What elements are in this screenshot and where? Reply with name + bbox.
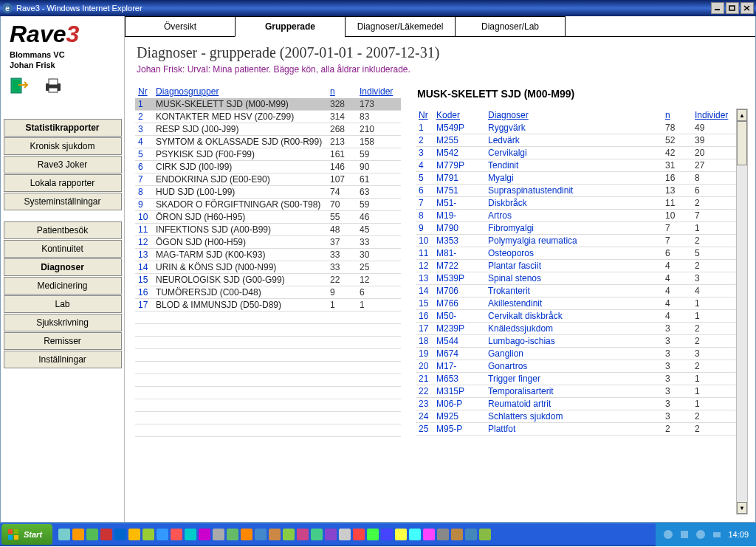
group-row[interactable]: 11INFEKTIONS SJD (A00-B99)4845: [135, 224, 401, 236]
diagnosis-row[interactable]: 15M766Akillestendinit41: [416, 297, 736, 310]
nav-medicinering[interactable]: Medicinering: [4, 277, 122, 295]
diagnosis-row[interactable]: 8M19-Artros107: [416, 210, 736, 222]
taskbar-icon[interactable]: [479, 529, 491, 540]
nav-statistikrapporter[interactable]: Statistikrapporter: [4, 119, 122, 137]
diagnosis-row[interactable]: 5M791Myalgi168: [416, 172, 736, 185]
group-row[interactable]: 14URIN & KÖNS SJD (N00-N99)3325: [135, 261, 401, 274]
group-row[interactable]: 10ÖRON SJD (H60-H95)5546: [135, 211, 401, 224]
nav-inställningar[interactable]: Inställningar: [4, 351, 122, 368]
col-n[interactable]: n: [330, 86, 335, 97]
tab--versikt[interactable]: Översikt: [125, 16, 236, 37]
tab-grupperade[interactable]: Grupperade: [235, 16, 346, 37]
tab-diagnoser-l-kemedel[interactable]: Diagnoser/Läkemedel: [345, 16, 456, 37]
diagnosis-row[interactable]: 23M06-PReumatoid artrit31: [416, 398, 736, 410]
taskbar-icon[interactable]: [255, 529, 267, 540]
diagnosis-row[interactable]: 9M790Fibromyalgi71: [416, 222, 736, 235]
nav-remisser[interactable]: Remisser: [4, 332, 122, 350]
diagnosis-row[interactable]: 17M239PKnäledssjukdom32: [416, 323, 736, 335]
diagnosis-row[interactable]: 25M95-PPlattfot22: [416, 423, 736, 436]
tray-icon[interactable]: [679, 529, 690, 540]
exit-icon[interactable]: [10, 78, 29, 97]
scroll-up-button[interactable]: ▲: [737, 109, 747, 121]
group-row[interactable]: 3RESP SJD (J00-J99)268210: [135, 123, 401, 136]
taskbar-icon[interactable]: [381, 529, 393, 540]
col-nr[interactable]: Nr: [419, 110, 428, 120]
taskbar-icon[interactable]: [58, 529, 70, 540]
scroll-down-button[interactable]: ▼: [737, 502, 747, 514]
taskbar-icon[interactable]: [269, 529, 281, 540]
taskbar-icon[interactable]: [409, 529, 421, 540]
tray-icon[interactable]: [712, 529, 722, 540]
diagnosis-row[interactable]: 19M674Ganglion33: [416, 348, 736, 360]
taskbar-icon[interactable]: [367, 529, 379, 540]
taskbar-icon[interactable]: [465, 529, 477, 540]
col-nr[interactable]: Nr: [138, 86, 148, 97]
minimize-button[interactable]: [711, 2, 724, 14]
taskbar-icon[interactable]: [72, 529, 84, 540]
taskbar-icon[interactable]: [199, 529, 210, 540]
diagnosis-row[interactable]: 14M706Trokanterit44: [416, 285, 736, 297]
group-row[interactable]: 17BLOD & IMMUNSJD (D50-D89)11: [135, 299, 401, 312]
col-diagnoser[interactable]: Diagnoser: [488, 110, 529, 120]
tray-icon[interactable]: [663, 529, 673, 540]
group-row[interactable]: 5PSYKISK SJD (F00-F99)16159: [135, 148, 401, 161]
col-koder[interactable]: Koder: [436, 110, 460, 120]
diagnosis-row[interactable]: 22M315PTemporalisarterit31: [416, 385, 736, 398]
diagnosis-row[interactable]: 24M925Schlatters sjukdom32: [416, 410, 736, 423]
group-row[interactable]: 12ÖGON SJD (H00-H59)3733: [135, 236, 401, 249]
diagnosis-row[interactable]: 2M255Ledvärk5239: [416, 134, 736, 147]
group-row[interactable]: 13MAG-TARM SJD (K00-K93)3330: [135, 249, 401, 261]
taskbar-icon[interactable]: [100, 529, 112, 540]
taskbar-icon[interactable]: [171, 529, 182, 540]
taskbar-icon[interactable]: [128, 529, 140, 540]
taskbar-icon[interactable]: [423, 529, 435, 540]
diagnosis-row[interactable]: 13M539PSpinal stenos43: [416, 272, 736, 285]
col-diagnosgrupper[interactable]: Diagnosgrupper: [156, 86, 219, 97]
diagnosis-row[interactable]: 10M353Polymyalgia reumatica72: [416, 235, 736, 247]
diagnosis-row[interactable]: 18M544Lumbago-ischias32: [416, 335, 736, 348]
taskbar-icon[interactable]: [227, 529, 238, 540]
nav-diagnoser[interactable]: Diagnoser: [4, 258, 122, 276]
taskbar-icon[interactable]: [353, 529, 365, 540]
group-row[interactable]: 7ENDOKRINA SJD (E00-E90)10761: [135, 173, 401, 186]
taskbar-icon[interactable]: [185, 529, 196, 540]
diagnosis-row[interactable]: 12M722Plantar fasciit42: [416, 260, 736, 272]
taskbar-icon[interactable]: [311, 529, 323, 540]
taskbar-icon[interactable]: [437, 529, 449, 540]
col-individer[interactable]: Individer: [360, 86, 393, 97]
nav-rave3-joker[interactable]: Rave3 Joker: [4, 156, 122, 173]
nav-patientbesök[interactable]: Patientbesök: [4, 221, 122, 239]
nav-systeminställningar[interactable]: Systeminställningar: [4, 193, 122, 210]
print-icon[interactable]: [44, 78, 63, 97]
nav-lab[interactable]: Lab: [4, 295, 122, 313]
diagnosis-row[interactable]: 16M50-Cervikalt diskbråck41: [416, 310, 736, 323]
scroll-track[interactable]: [737, 121, 747, 502]
taskbar-icon[interactable]: [157, 529, 168, 540]
col-n[interactable]: n: [665, 110, 670, 120]
nav-kronisk-sjukdom[interactable]: Kronisk sjukdom: [4, 137, 122, 155]
detail-scrollbar[interactable]: ▲ ▼: [736, 109, 748, 515]
taskbar-icon[interactable]: [283, 529, 295, 540]
taskbar-icon[interactable]: [213, 529, 224, 540]
taskbar-icon[interactable]: [142, 529, 154, 540]
taskbar-icon[interactable]: [451, 529, 463, 540]
taskbar-icon[interactable]: [114, 529, 126, 540]
group-row[interactable]: 16TUMÖRERSJD (C00-D48)96: [135, 286, 401, 299]
maximize-button[interactable]: [726, 2, 739, 14]
nav-lokala-rapporter[interactable]: Lokala rapporter: [4, 174, 122, 192]
diagnosis-row[interactable]: 3M542Cervikalgi4220: [416, 147, 736, 159]
scroll-thumb[interactable]: [737, 121, 747, 165]
taskbar-icon[interactable]: [395, 529, 407, 540]
taskbar-icon[interactable]: [86, 529, 98, 540]
diagnosis-row[interactable]: 21M653Trigger finger31: [416, 373, 736, 385]
diagnosis-row[interactable]: 6M751Supraspinatustendinit136: [416, 185, 736, 197]
group-row[interactable]: 2KONTAKTER MED HSV (Z00-Z99)31483: [135, 111, 401, 123]
tab-diagnoser-lab[interactable]: Diagnoser/Lab: [455, 16, 566, 37]
diagnosis-row[interactable]: 7M51-Diskbråck112: [416, 197, 736, 210]
nav-kontinuitet[interactable]: Kontinuitet: [4, 240, 122, 258]
taskbar-icon[interactable]: [325, 529, 337, 540]
diagnosis-row[interactable]: 1M549PRyggvärk7849: [416, 122, 736, 134]
taskbar-icon[interactable]: [339, 529, 351, 540]
group-row[interactable]: 9SKADOR O FÖRGIFTNINGAR (S00-T98)7059: [135, 199, 401, 211]
taskbar-icon[interactable]: [241, 529, 252, 540]
